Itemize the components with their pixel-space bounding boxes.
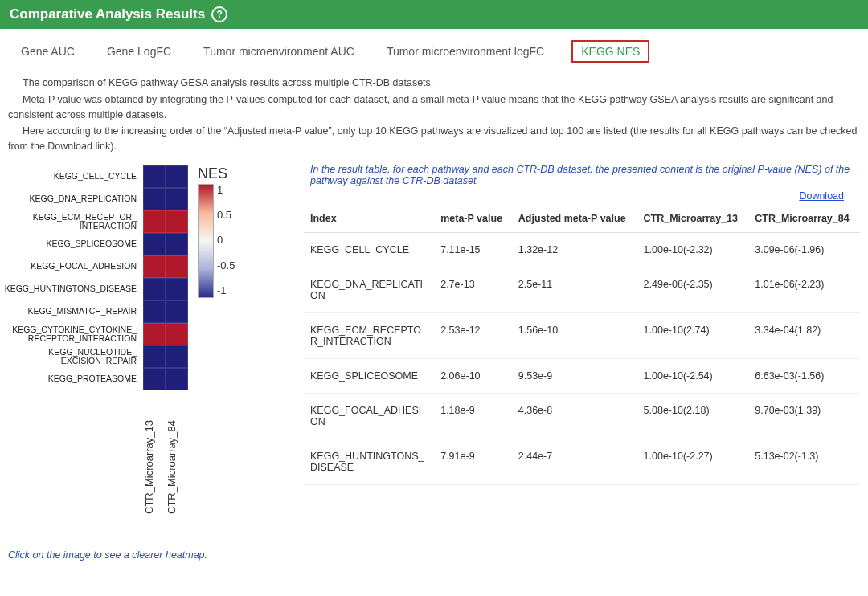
cell: 4.36e-8: [512, 393, 637, 439]
col-header: Adjusted meta-P value: [512, 205, 637, 233]
cell: 7.91e-9: [434, 439, 512, 484]
legend-tick: 0.5: [217, 209, 235, 221]
heatmap-row-label: KEGG_SPLICEOSOME: [46, 233, 137, 255]
heatmap-cell: [166, 255, 188, 278]
heatmap-col-labels: CTR_Microarray_13CTR_Microarray_84: [143, 394, 188, 517]
cell: 1.00e-10(-2.27): [637, 439, 749, 484]
heatmap-cell: [143, 300, 166, 323]
cell: KEGG_DNA_REPLICATION: [304, 267, 434, 312]
cell: 1.01e-06(-2.23): [748, 267, 860, 312]
table-row: KEGG_MISMATCH_REPAIR4.01e-80.000001066.4…: [304, 484, 860, 494]
table-body: KEGG_CELL_CYCLE7.11e-151.32e-121.00e-10(…: [304, 232, 860, 494]
cell: 9.53e-9: [512, 358, 637, 393]
cell: 1.18e-9: [434, 393, 512, 439]
heatmap-panel[interactable]: KEGG_CELL_CYCLEKEGG_DNA_REPLICATIONKEGG_…: [8, 161, 289, 517]
table-header-row: Indexmeta-P valueAdjusted meta-P valueCT…: [304, 205, 860, 233]
heatmap-cell: [143, 210, 166, 233]
cell: 2.5e-11: [512, 267, 637, 312]
heatmap-cell: [166, 368, 188, 390]
heatmap-cell: [143, 165, 166, 188]
cell: 5.13e-02(-1.3): [748, 439, 860, 484]
heatmap-grid: [143, 165, 188, 390]
heatmap-row-label: KEGG_DNA_REPLICATION: [30, 188, 137, 210]
col-header: CTR_Microarray_13: [637, 205, 749, 233]
heatmap-row-label: KEGG_HUNTINGTONS_DISEASE: [8, 278, 137, 300]
tab-gene-auc[interactable]: Gene AUC: [16, 42, 80, 61]
cell: 2.7e-13: [434, 267, 512, 312]
heatmap-col-label: CTR_Microarray_13: [143, 394, 166, 517]
description-p1: The comparison of KEGG pathway GESA anal…: [8, 76, 860, 91]
heatmap-cell: [166, 323, 188, 345]
legend-title: NES: [198, 165, 227, 182]
cell: 0.00000106: [512, 484, 637, 494]
heatmap-row-label: KEGG_CYTOKINE_CYTOKINE_ RECEPTOR_INTERAC…: [8, 323, 137, 345]
legend-tick: -1: [217, 284, 235, 296]
cell: 7.11e-15: [434, 232, 512, 267]
description-block: The comparison of KEGG pathway GESA anal…: [0, 76, 868, 161]
tab-tumor-microenvironment-auc[interactable]: Tumor microenvironment AUC: [199, 42, 359, 61]
table-row: KEGG_SPLICEOSOME2.06e-109.53e-91.00e-10(…: [304, 358, 860, 393]
col-header: Index: [304, 205, 434, 233]
cell: 1.56e-10: [512, 312, 637, 358]
heatmap-cell: [143, 323, 166, 345]
cell: KEGG_CELL_CYCLE: [304, 232, 434, 267]
heatmap-cell: [166, 210, 188, 233]
cell: 6.43e-06(-2.2): [637, 484, 749, 494]
table-row: KEGG_DNA_REPLICATION2.7e-132.5e-112.49e-…: [304, 267, 860, 312]
cell: KEGG_SPLICEOSOME: [304, 358, 434, 393]
heatmap-row-label: KEGG_CELL_CYCLE: [54, 165, 137, 188]
description-p3: Here according to the increasing order o…: [8, 124, 860, 154]
table-row: KEGG_HUNTINGTONS_DISEASE7.91e-92.44e-71.…: [304, 439, 860, 484]
heatmap-legend: NES 10.50-0.5-1: [198, 165, 235, 298]
cell: 2.53e-12: [434, 312, 512, 358]
cell: 2.49e-08(-2.35): [637, 267, 749, 312]
download-link[interactable]: Download: [799, 190, 844, 202]
table-note: In the result table, for each pathway an…: [304, 161, 860, 190]
heatmap-row-labels: KEGG_CELL_CYCLEKEGG_DNA_REPLICATIONKEGG_…: [8, 165, 137, 390]
heatmap-cell: [143, 345, 166, 368]
heatmap-cell: [166, 233, 188, 255]
tab-tumor-microenvironment-logfc[interactable]: Tumor microenvironment logFC: [382, 42, 549, 61]
page-title: Comparative Analysis Results: [10, 6, 205, 22]
tab-gene-logfc[interactable]: Gene LogFC: [102, 42, 176, 61]
cell: 1.00e-10(-2.32): [637, 232, 749, 267]
cell: 3.34e-04(1.82): [748, 312, 860, 358]
cell: 6.63e-03(-1.56): [748, 358, 860, 393]
cell: 1.32e-12: [512, 232, 637, 267]
legend-ticks: 10.50-0.5-1: [217, 184, 235, 296]
heatmap-cell: [143, 233, 166, 255]
cell: KEGG_FOCAL_ADHESION: [304, 393, 434, 439]
cell: KEGG_HUNTINGTONS_DISEASE: [304, 439, 434, 484]
heatmap-cell: [166, 345, 188, 368]
cell: 2.06e-10: [434, 358, 512, 393]
legend-tick: -0.5: [217, 259, 235, 271]
table-row: KEGG_CELL_CYCLE7.11e-151.32e-121.00e-10(…: [304, 232, 860, 267]
heatmap-cell: [143, 368, 166, 390]
help-icon[interactable]: ?: [211, 6, 227, 22]
heatmap-cell: [143, 188, 166, 210]
page-header: Comparative Analysis Results ?: [0, 0, 868, 29]
heatmap-row-label: KEGG_FOCAL_ADHESION: [31, 255, 137, 278]
results-table: Indexmeta-P valueAdjusted meta-P valueCT…: [304, 205, 860, 494]
cell: 1.00e-10(2.74): [637, 312, 749, 358]
cell: 5.08e-10(2.18): [637, 393, 749, 439]
heatmap-footnote: Click on the image to see a clearer heat…: [0, 517, 868, 569]
results-table-wrapper[interactable]: Indexmeta-P valueAdjusted meta-P valueCT…: [304, 205, 860, 494]
legend-colorbar: [198, 184, 214, 298]
heatmap-cell: [143, 255, 166, 278]
col-header: CTR_Microarray_84: [748, 205, 860, 233]
cell: 9.70e-03(1.39): [748, 393, 860, 439]
heatmap-cell: [166, 300, 188, 323]
cell: 1.00e-10(-2.54): [637, 358, 749, 393]
col-header: meta-P value: [434, 205, 512, 233]
cell: 6.25e-04(-1.87): [748, 484, 860, 494]
table-row: KEGG_FOCAL_ADHESION1.18e-94.36e-85.08e-1…: [304, 393, 860, 439]
heatmap-row-label: KEGG_ECM_RECEPTOR_ INTERACTION: [8, 210, 137, 233]
legend-tick: 1: [217, 184, 235, 196]
heatmap-cell: [166, 188, 188, 210]
cell: 4.01e-8: [434, 484, 512, 494]
tab-kegg-nes[interactable]: KEGG NES: [571, 40, 649, 63]
legend-tick: 0: [217, 234, 235, 246]
cell: 2.44e-7: [512, 439, 637, 484]
heatmap-cell: [166, 278, 188, 300]
